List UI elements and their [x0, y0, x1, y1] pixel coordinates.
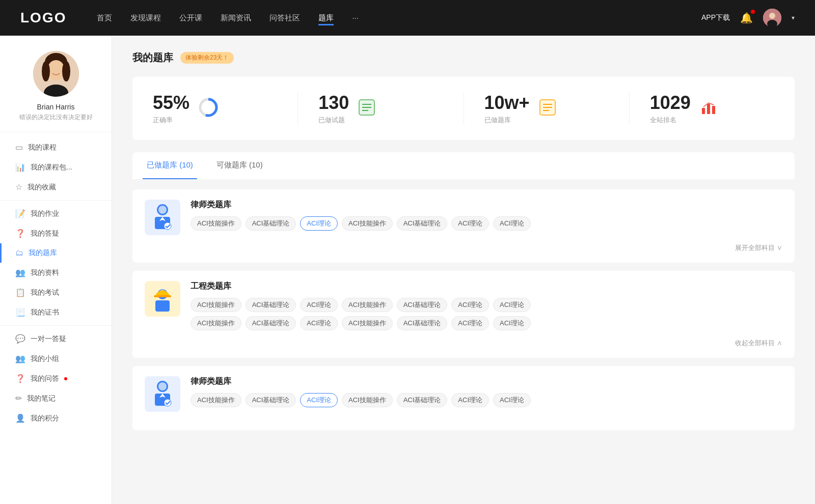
sidebar-label-favorites: 我的收藏 — [28, 183, 56, 192]
eng-tag-2[interactable]: ACI基础理论 — [246, 298, 296, 312]
eng-tag-14[interactable]: ACI理论 — [493, 316, 531, 330]
eng-tag-4[interactable]: ACI技能操作 — [342, 298, 393, 312]
eng-tag-9[interactable]: ACI基础理论 — [246, 316, 296, 330]
trial-badge: 体验剩余23天！ — [180, 52, 234, 64]
avatar[interactable] — [763, 9, 781, 27]
stat-done-banks-label: 已做题库 — [484, 116, 530, 125]
stat-accuracy: 55% 正确率 — [153, 92, 298, 125]
svg-rect-23 — [707, 104, 710, 114]
mycourses-icon: ▭ — [15, 143, 23, 152]
svg-rect-22 — [702, 108, 705, 114]
sidebar-item-homework[interactable]: 📝 我的作业 — [0, 204, 112, 223]
sidebar-label-qa-mine: 我的答疑 — [31, 229, 59, 238]
eng-tag-6[interactable]: ACI理论 — [451, 298, 489, 312]
materials-icon: 👥 — [15, 268, 25, 277]
tag-1[interactable]: ACI技能操作 — [191, 216, 241, 231]
sidebar-item-coursepkg[interactable]: 📊 我的课程包... — [0, 157, 112, 177]
exam-icon: 📋 — [15, 288, 25, 297]
sidebar-item-mycourses[interactable]: ▭ 我的课程 — [0, 137, 112, 157]
svg-rect-33 — [155, 300, 170, 312]
stats-row: 55% 正确率 130 已做试题 — [132, 77, 795, 140]
eng-tag-13[interactable]: ACI理论 — [451, 316, 489, 330]
tag-7[interactable]: ACI理论 — [493, 216, 531, 231]
tab-available-banks[interactable]: 可做题库 (10) — [212, 152, 267, 179]
tab-done-banks[interactable]: 已做题库 (10) — [143, 152, 197, 179]
svg-point-38 — [164, 399, 171, 406]
navbar-logo[interactable]: LOGO — [20, 10, 66, 26]
svg-point-11 — [203, 102, 213, 113]
accuracy-pie-icon — [198, 97, 219, 120]
nav-item-qbank[interactable]: 题库 — [318, 13, 334, 23]
navbar: LOGO 首页 发现课程 公开课 新闻资讯 问答社区 题库 ··· APP下载 … — [0, 0, 815, 36]
sidebar-motto: 错误的决定比没有决定要好 — [19, 113, 93, 122]
eng-tag-11[interactable]: ACI技能操作 — [342, 316, 393, 330]
svg-rect-24 — [712, 106, 715, 114]
page-layout: Brian Harris 错误的决定比没有决定要好 ▭ 我的课程 📊 我的课程包… — [0, 36, 815, 504]
sidebar-label-coursepkg: 我的课程包... — [31, 163, 72, 172]
qbank-tags-lawyer-2: ACI技能操作 ACI基础理论 ACI理论 ACI技能操作 ACI基础理论 AC… — [191, 393, 782, 407]
qbank-expand-lawyer-1[interactable]: 展开全部科目 ∨ — [145, 243, 782, 253]
user-avatar — [33, 51, 79, 97]
avatar-dropdown-arrow[interactable]: ▾ — [792, 14, 795, 21]
law2-tag-3-active[interactable]: ACI理论 — [300, 393, 338, 407]
qbank-card-engineer: 工程类题库 ACI技能操作 ACI基础理论 ACI理论 ACI技能操作 ACI基… — [132, 271, 795, 358]
law2-tag-6[interactable]: ACI理论 — [451, 393, 489, 407]
main-content: 我的题库 体验剩余23天！ 55% 正确率 — [112, 36, 815, 504]
law2-tag-1[interactable]: ACI技能操作 — [191, 393, 241, 407]
sidebar-item-points[interactable]: 👤 我的积分 — [0, 408, 112, 428]
svg-point-7 — [62, 61, 70, 81]
law2-tag-5[interactable]: ACI基础理论 — [397, 393, 448, 407]
sidebar-item-group[interactable]: 👥 我的小组 — [0, 349, 112, 369]
eng-tag-10[interactable]: ACI理论 — [300, 316, 338, 330]
tag-5[interactable]: ACI基础理论 — [397, 216, 448, 231]
sidebar-item-notes[interactable]: ✏ 我的笔记 — [0, 388, 112, 408]
sidebar-item-1on1[interactable]: 💬 一对一答疑 — [0, 329, 112, 349]
certificate-icon: 📃 — [15, 307, 25, 317]
nav-item-courses[interactable]: 发现课程 — [130, 13, 161, 23]
tag-4[interactable]: ACI技能操作 — [342, 216, 393, 231]
qbank-collapse-engineer[interactable]: 收起全部科目 ∧ — [145, 339, 782, 348]
sidebar-label-points: 我的积分 — [31, 414, 59, 423]
qa-notification-dot — [64, 377, 67, 380]
law2-tag-2[interactable]: ACI基础理论 — [246, 393, 296, 407]
nav-item-home[interactable]: 首页 — [97, 13, 112, 23]
sidebar-item-qa-mine[interactable]: ❓ 我的答疑 — [0, 223, 112, 243]
qbank-icon-lawyer-2 — [145, 376, 180, 412]
sidebar-label-group: 我的小组 — [31, 354, 59, 363]
app-download-button[interactable]: APP下载 — [701, 13, 730, 22]
myqa-icon: ❓ — [15, 374, 25, 383]
stat-accuracy-value: 55% — [153, 92, 189, 114]
eng-tag-1[interactable]: ACI技能操作 — [191, 298, 241, 312]
svg-point-1 — [769, 13, 775, 19]
nav-item-open[interactable]: 公开课 — [179, 13, 202, 23]
sidebar-item-exam[interactable]: 📋 我的考试 — [0, 283, 112, 302]
favorites-icon: ☆ — [15, 182, 22, 192]
eng-tag-5[interactable]: ACI基础理论 — [397, 298, 448, 312]
eng-tag-7[interactable]: ACI理论 — [493, 298, 531, 312]
notification-bell[interactable]: 🔔 — [740, 12, 753, 24]
tag-6[interactable]: ACI理论 — [451, 216, 489, 231]
tag-2[interactable]: ACI基础理论 — [246, 216, 296, 231]
stat-rank-value: 1029 — [650, 92, 691, 114]
sidebar-item-myqa[interactable]: ❓ 我的问答 — [0, 369, 112, 388]
stat-accuracy-label: 正确率 — [153, 116, 189, 125]
sidebar-item-certificate[interactable]: 📃 我的证书 — [0, 302, 112, 322]
svg-point-5 — [47, 60, 65, 80]
sidebar-label-certificate: 我的证书 — [31, 308, 59, 317]
qbank-card-lawyer-1: 律师类题库 ACI技能操作 ACI基础理论 ACI理论 ACI技能操作 ACI基… — [132, 189, 795, 263]
page-title: 我的题库 — [132, 51, 173, 65]
eng-tag-3[interactable]: ACI理论 — [300, 298, 338, 312]
nav-item-qa[interactable]: 问答社区 — [269, 13, 300, 23]
eng-tag-8[interactable]: ACI技能操作 — [191, 316, 241, 330]
nav-item-more[interactable]: ··· — [352, 13, 359, 23]
svg-rect-32 — [154, 295, 171, 297]
law2-tag-4[interactable]: ACI技能操作 — [342, 393, 393, 407]
law2-tag-7[interactable]: ACI理论 — [493, 393, 531, 407]
sidebar-item-materials[interactable]: 👥 我的资料 — [0, 263, 112, 283]
sidebar-item-favorites[interactable]: ☆ 我的收藏 — [0, 177, 112, 197]
notes-icon: ✏ — [15, 394, 22, 403]
sidebar-item-qbank[interactable]: 🗂 我的题库 — [0, 243, 112, 263]
nav-item-news[interactable]: 新闻资讯 — [221, 13, 251, 23]
eng-tag-12[interactable]: ACI基础理论 — [397, 316, 448, 330]
tag-3-active[interactable]: ACI理论 — [300, 216, 338, 231]
